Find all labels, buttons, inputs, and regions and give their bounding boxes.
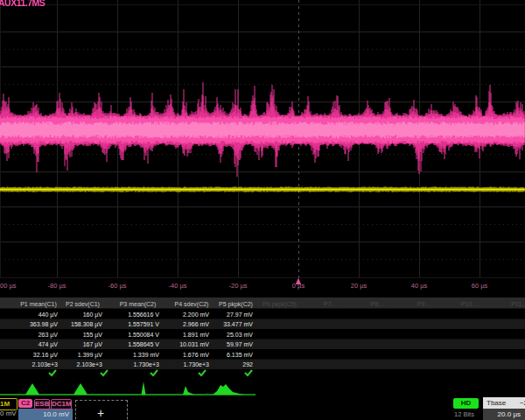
svg-text:P8....: P8.... <box>371 301 385 307</box>
svg-text:P6 pkpk(C5): P6 pkpk(C5) <box>262 301 297 308</box>
svg-text:59.97 mV: 59.97 mV <box>227 341 253 347</box>
svg-text:263 µV: 263 µV <box>38 332 59 339</box>
svg-text:P3 mean(C2): P3 mean(C2) <box>120 301 157 308</box>
svg-text:158.308 µV: 158.308 µV <box>71 321 102 328</box>
svg-text:27.97 mV: 27.97 mV <box>227 312 253 318</box>
svg-text:P10....: P10.... <box>461 301 479 307</box>
svg-text:1.556616 V: 1.556616 V <box>128 312 159 318</box>
svg-text:-40 µs: -40 µs <box>169 282 187 290</box>
svg-text:1.558645 V: 1.558645 V <box>128 341 159 347</box>
svg-text:P11....: P11.... <box>511 301 525 307</box>
svg-text:363.98 µV: 363.98 µV <box>30 321 58 328</box>
svg-text:474 µV: 474 µV <box>38 341 59 348</box>
svg-text:-60 µs: -60 µs <box>108 282 127 290</box>
svg-text:1.676 mV: 1.676 mV <box>183 352 209 358</box>
svg-text:2.200 mV: 2.200 mV <box>183 312 209 318</box>
svg-text:1.550084 V: 1.550084 V <box>128 332 159 338</box>
svg-text:167 µV: 167 µV <box>83 341 103 348</box>
svg-text:00 µs: 00 µs <box>0 282 17 290</box>
svg-text:P1 mean(C1): P1 mean(C1) <box>20 301 57 308</box>
svg-text:P9....: P9.... <box>417 301 431 307</box>
svg-text:160 µV: 160 µV <box>83 312 103 318</box>
svg-text:155 µV: 155 µV <box>83 332 103 339</box>
svg-text:2.103e+3: 2.103e+3 <box>32 361 58 368</box>
svg-text:440 µV: 440 µV <box>38 312 59 318</box>
svg-text:33.477 mV: 33.477 mV <box>223 321 253 327</box>
svg-text:60 µs: 60 µs <box>472 282 488 290</box>
svg-text:P4 sdev(C2): P4 sdev(C2) <box>175 301 209 308</box>
svg-text:1.730e+3: 1.730e+3 <box>184 361 209 368</box>
svg-text:P2 sdev(C1): P2 sdev(C1) <box>66 301 100 308</box>
svg-text:P5 pkpk(C2): P5 pkpk(C2) <box>219 301 253 308</box>
svg-text:2.966 mV: 2.966 mV <box>183 321 209 327</box>
svg-text:P7....: P7.... <box>324 301 338 307</box>
svg-text:1.891 mV: 1.891 mV <box>183 332 209 338</box>
svg-text:-80 µs: -80 µs <box>48 282 66 290</box>
svg-text:-20 µs: -20 µs <box>229 282 248 290</box>
svg-text:25.03 mV: 25.03 mV <box>227 332 253 338</box>
svg-text:32.16 µV: 32.16 µV <box>33 352 58 359</box>
svg-text:1.557591 V: 1.557591 V <box>128 321 159 327</box>
svg-text:20 µs: 20 µs <box>351 282 368 290</box>
svg-text:1.339 mV: 1.339 mV <box>133 352 159 358</box>
svg-text:10.031 mV: 10.031 mV <box>179 341 209 347</box>
svg-text:1.730e+3: 1.730e+3 <box>134 361 159 368</box>
svg-text:40 µs: 40 µs <box>411 282 428 290</box>
svg-text:292: 292 <box>242 361 253 368</box>
svg-text:1.399 µV: 1.399 µV <box>78 352 102 359</box>
svg-text:6.135 mV: 6.135 mV <box>227 352 253 358</box>
svg-text:2.103e+3: 2.103e+3 <box>77 361 102 368</box>
